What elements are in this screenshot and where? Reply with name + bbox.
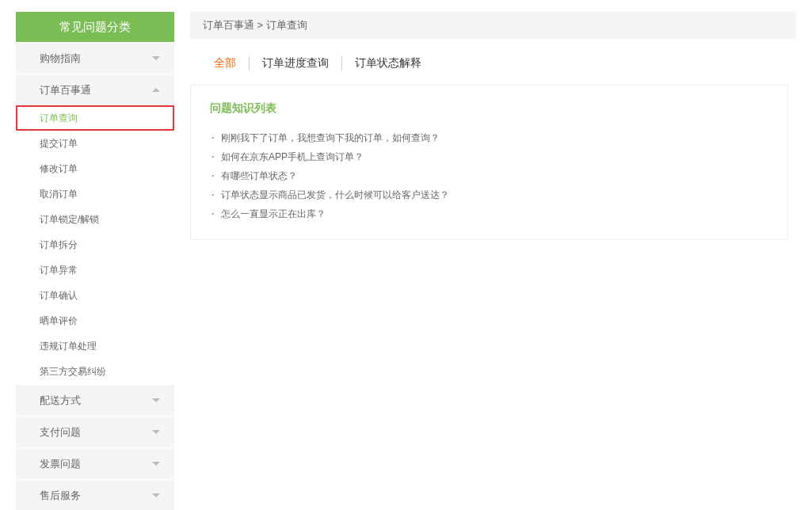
category-label: 支付问题 — [40, 417, 81, 448]
faq-item[interactable]: 怎么一直显示正在出库？ — [210, 204, 768, 223]
chevron-down-icon — [152, 493, 160, 497]
tabs: 全部 订单进度查询 订单状态解释 — [190, 39, 796, 85]
category-label: 购物指南 — [40, 43, 81, 74]
sidebar-item-lock-unlock[interactable]: 订单锁定/解锁 — [16, 207, 174, 232]
faq-list: 刚刚我下了订单，我想查询下我的订单，如何查询？ 如何在京东APP手机上查询订单？… — [210, 128, 768, 223]
chevron-up-icon — [152, 88, 160, 92]
category-payment[interactable]: 支付问题 — [16, 416, 174, 447]
faq-item[interactable]: 刚刚我下了订单，我想查询下我的订单，如何查询？ — [210, 128, 768, 147]
chevron-down-icon — [152, 462, 160, 466]
sidebar-item-submit-order[interactable]: 提交订单 — [16, 131, 174, 156]
sidebar-item-split-order[interactable]: 订单拆分 — [16, 232, 174, 257]
sidebar-item-dispute[interactable]: 第三方交易纠纷 — [16, 359, 174, 384]
sidebar-item-cancel-order[interactable]: 取消订单 — [16, 181, 174, 207]
breadcrumb: 订单百事通 > 订单查询 — [190, 12, 796, 39]
category-aftersale[interactable]: 售后服务 — [16, 479, 174, 510]
faq-item[interactable]: 有哪些订单状态？ — [210, 166, 768, 185]
faq-item[interactable]: 订单状态显示商品已发货，什么时候可以给客户送达？ — [210, 185, 768, 204]
category-shopping-guide[interactable]: 购物指南 — [16, 42, 174, 74]
chevron-down-icon — [152, 398, 160, 402]
faq-title: 问题知识列表 — [210, 101, 768, 116]
tab-progress-query[interactable]: 订单进度查询 — [250, 56, 342, 70]
category-invoice[interactable]: 发票问题 — [16, 447, 174, 479]
sidebar: 常见问题分类 购物指南 订单百事通 订单查询 提交订单 修改订单 取消订单 订单… — [16, 12, 174, 510]
sidebar-item-order-query[interactable]: 订单查询 — [16, 105, 174, 131]
faq-item[interactable]: 如何在京东APP手机上查询订单？ — [210, 147, 768, 166]
sidebar-item-order-exception[interactable]: 订单异常 — [16, 257, 174, 283]
category-label: 发票问题 — [40, 448, 81, 480]
breadcrumb-parent[interactable]: 订单百事通 — [203, 19, 254, 31]
sidebar-item-modify-order[interactable]: 修改订单 — [16, 156, 174, 181]
faq-panel: 问题知识列表 刚刚我下了订单，我想查询下我的订单，如何查询？ 如何在京东APP手… — [190, 85, 788, 240]
main-content: 订单百事通 > 订单查询 全部 订单进度查询 订单状态解释 问题知识列表 刚刚我… — [190, 12, 796, 510]
category-label: 配送方式 — [40, 385, 81, 417]
category-label: 售后服务 — [40, 480, 81, 511]
breadcrumb-current: 订单查询 — [266, 19, 307, 31]
sidebar-item-review[interactable]: 晒单评价 — [16, 308, 174, 333]
chevron-down-icon — [152, 430, 160, 434]
sidebar-item-order-confirm[interactable]: 订单确认 — [16, 283, 174, 308]
tab-status-explain[interactable]: 订单状态解释 — [342, 56, 434, 70]
chevron-down-icon — [152, 56, 160, 60]
tab-all[interactable]: 全部 — [214, 56, 250, 70]
breadcrumb-separator: > — [254, 19, 266, 31]
category-label: 订单百事通 — [40, 74, 91, 106]
category-delivery[interactable]: 配送方式 — [16, 384, 174, 416]
sidebar-header: 常见问题分类 — [16, 12, 174, 42]
category-order-guide[interactable]: 订单百事通 — [16, 74, 174, 105]
sidebar-item-violation[interactable]: 违规订单处理 — [16, 333, 174, 359]
